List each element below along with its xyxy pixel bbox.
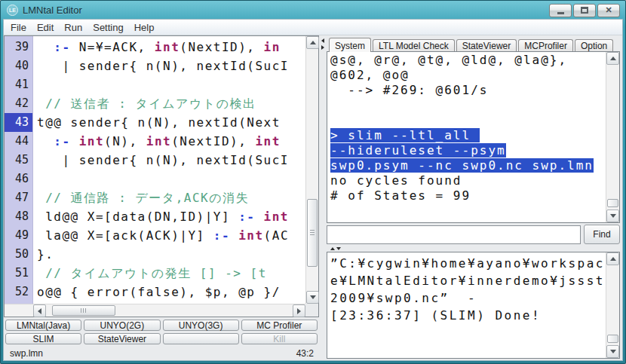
mc-profiler-button[interactable]: MC Profiler — [241, 320, 318, 331]
code-token — [255, 210, 263, 224]
scroll-down-button[interactable] — [606, 345, 619, 358]
code-token: la@@ X=[ack(ACK)|Y] — [37, 228, 213, 243]
console-vertical-scrollbar[interactable] — [606, 52, 619, 222]
keyword-token: int — [146, 134, 171, 148]
stateviewer-button[interactable]: StateViewer — [84, 333, 160, 344]
code-line: // タイムアウトの発生 [] -> [t — [37, 264, 305, 283]
status-cursor-position: 43:2 — [296, 348, 314, 359]
title-bar[interactable]: LE LMNtal Editor ✕ — [3, 1, 623, 19]
minimize-icon — [557, 12, 564, 14]
lmntal-java-button[interactable]: LMNtal(Java) — [5, 320, 81, 331]
scroll-down-button[interactable] — [306, 291, 319, 304]
scroll-down-button[interactable] — [606, 210, 619, 222]
menu-item-help[interactable]: Help — [129, 20, 160, 35]
operator-token: :- — [238, 210, 255, 224]
panel-splitter[interactable] — [319, 35, 327, 360]
tab-bar: SystemLTL Model CheckStateViewerMCProfil… — [327, 35, 620, 51]
status-filename: swp.lmn — [10, 348, 43, 359]
app-body: FileEditRunSettingHelp 39404142434445464… — [3, 19, 623, 361]
arrow-up-icon — [610, 257, 616, 261]
menu-item-edit[interactable]: Edit — [32, 20, 59, 35]
unyo-2g-button[interactable]: UNYO(2G) — [84, 320, 160, 331]
code-line: // 通信路 : データ,ACKの消失 — [37, 188, 305, 207]
keyword-token: int — [255, 134, 280, 148]
system-console[interactable]: @s@, @r@, @t@, @ld@, @la@},@602, @o@ -->… — [327, 51, 620, 223]
scroll-thumb[interactable] — [307, 199, 318, 267]
operator-token: :- — [213, 228, 230, 243]
code-token — [71, 134, 79, 148]
close-button[interactable]: ✕ — [597, 4, 620, 17]
scroll-track[interactable] — [606, 65, 619, 210]
keyword-token: in — [264, 40, 281, 54]
tab-option[interactable]: Option — [575, 39, 613, 51]
collapse-up-icon[interactable] — [330, 247, 335, 250]
console-splitter[interactable] — [327, 246, 620, 252]
line-number: 39 — [5, 38, 32, 57]
scrollbar-corner — [305, 304, 318, 317]
tab-system[interactable]: System — [329, 38, 371, 52]
line-number: 50 — [5, 245, 32, 264]
find-button[interactable]: Find — [584, 225, 620, 244]
line-number-gutter: 3940414243444546474849505152 — [5, 36, 33, 304]
code-token: | sender{ n(N), nextId(SucI — [37, 59, 289, 73]
code-area[interactable]: :- N=¥=ACK, int(NextID), in | sender{ n(… — [33, 36, 305, 304]
unyo-3g-button[interactable]: UNYO(3G) — [163, 320, 239, 331]
collapse-left-icon[interactable] — [321, 38, 324, 43]
scroll-track[interactable] — [606, 265, 619, 345]
arrow-right-icon — [297, 308, 301, 314]
code-token: o@@ { error(false), $p, @p }/ — [37, 285, 281, 299]
comment-token: // 通信路 : データ,ACKの消失 — [37, 191, 257, 205]
scroll-track[interactable] — [46, 304, 293, 317]
editor-horizontal-scrollbar[interactable] — [33, 304, 305, 317]
line-number: 47 — [5, 188, 32, 207]
collapse-down-icon[interactable] — [336, 247, 341, 250]
collapse-right-icon[interactable] — [321, 45, 324, 50]
arrow-down-icon — [310, 295, 316, 299]
code-editor[interactable]: 3940414243444546474849505152 :- N=¥=ACK,… — [4, 35, 319, 317]
code-line: // 送信者 : タイムアウトの検出 — [37, 94, 305, 113]
kill-button: Kill — [241, 333, 318, 344]
console-line: @602, @o@ — [330, 68, 606, 83]
menu-item-run[interactable]: Run — [59, 20, 87, 35]
slim-button[interactable]: SLIM — [5, 333, 81, 344]
scroll-thumb[interactable] — [607, 335, 618, 343]
code-line: | sender{ n(N), nextId(SucI — [37, 57, 305, 75]
console-line: no cycles found — [330, 173, 606, 188]
maximize-button[interactable] — [573, 4, 596, 17]
code-token: }. — [37, 247, 54, 262]
scroll-thumb[interactable] — [607, 199, 618, 207]
scroll-up-button[interactable] — [606, 52, 619, 65]
scroll-left-button[interactable] — [33, 304, 46, 317]
code-token: ld@@ X=[data(DN,ID)|Y] — [37, 210, 238, 224]
blank-button[interactable] — [163, 333, 239, 344]
message-log[interactable]: ”C:¥cygwin¥home¥ayano¥workspace¥LMNtalEd… — [327, 252, 620, 359]
arrow-down-icon — [610, 214, 616, 218]
tab-ltl-model-check[interactable]: LTL Model Check — [373, 39, 455, 51]
scroll-up-button[interactable] — [606, 252, 619, 265]
menu-item-setting[interactable]: Setting — [87, 20, 128, 35]
scroll-up-button[interactable] — [306, 36, 319, 49]
tab-stateviewer[interactable]: StateViewer — [456, 39, 517, 51]
editor-panel: 3940414243444546474849505152 :- N=¥=ACK,… — [4, 35, 319, 360]
scroll-thumb[interactable] — [52, 305, 115, 316]
log-output[interactable]: ”C:¥cygwin¥home¥ayano¥workspace¥LMNtalEd… — [327, 252, 606, 358]
log-vertical-scrollbar[interactable] — [606, 252, 619, 358]
keyword-token: int — [238, 228, 263, 243]
code-token: (NextID), — [180, 40, 263, 54]
console-line: @s@, @r@, @t@, @ld@, @la@}, — [330, 53, 606, 68]
code-token — [37, 134, 54, 148]
line-number: 51 — [5, 264, 32, 283]
code-line: | sender{ n(N), nextId(SucI — [37, 151, 305, 170]
minimize-button[interactable] — [549, 4, 572, 17]
find-input[interactable] — [327, 225, 581, 244]
status-bar: swp.lmn 43:2 — [4, 346, 319, 360]
editor-vertical-scrollbar[interactable] — [305, 36, 318, 304]
scroll-right-button[interactable] — [293, 304, 305, 317]
console-output[interactable]: @s@, @r@, @t@, @ld@, @la@},@602, @o@ -->… — [327, 52, 606, 222]
scroll-track[interactable] — [306, 49, 318, 291]
menu-item-file[interactable]: File — [5, 20, 32, 35]
grip-icon — [310, 230, 315, 235]
keyword-token: int — [155, 40, 180, 54]
tab-mcprofiler[interactable]: MCProfiler — [518, 39, 573, 51]
line-number: 44 — [5, 132, 32, 151]
